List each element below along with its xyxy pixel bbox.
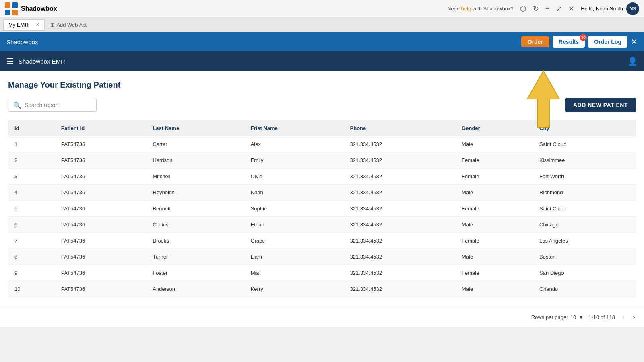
- hamburger-icon[interactable]: ☰: [6, 56, 14, 66]
- table-row[interactable]: 6PAT54736CollinsEthan321.334.4532MaleChi…: [8, 217, 636, 233]
- logo-text: Shadowbox: [21, 5, 57, 12]
- table-row[interactable]: 5PAT54736BennettSophie321.334.4532Female…: [8, 201, 636, 217]
- patient-table: Id Patient Id Last Name Frist Name Phone…: [8, 120, 636, 297]
- table-row[interactable]: 1PAT54736CarterAlex321.334.4532MaleSaint…: [8, 136, 636, 152]
- table-row[interactable]: 2PAT54736HarrisonEmily321.334.4532Female…: [8, 152, 636, 169]
- rows-per-page-value: 10: [570, 314, 576, 320]
- top-bar: Shadowbox Need help with Shadowbox? ⬡ ↻ …: [0, 0, 644, 18]
- nav-title: Shadowbox EMR: [19, 58, 65, 65]
- results-badge: 10: [580, 34, 587, 41]
- pagination: ‹ ›: [620, 312, 638, 322]
- col-id: Id: [8, 120, 55, 136]
- table-row[interactable]: 4PAT54736ReynoldsNoah321.334.4532MaleRic…: [8, 185, 636, 201]
- col-first-name: Frist Name: [244, 120, 344, 136]
- add-new-patient-button[interactable]: ADD NEW PATIENT: [565, 98, 636, 112]
- search-box: 🔍: [8, 99, 97, 112]
- table-row[interactable]: 9PAT54736FosterMia321.334.4532FemaleSan …: [8, 265, 636, 281]
- col-phone: Phone: [344, 120, 456, 136]
- resize-icon[interactable]: ⤢: [554, 3, 564, 15]
- search-input[interactable]: [25, 102, 91, 108]
- page-title: Manage Your Existing Patient: [8, 80, 636, 90]
- tab-my-emr-label: My EMR: [8, 22, 29, 28]
- order-log-button[interactable]: Order Log: [588, 36, 627, 48]
- svg-rect-3: [12, 10, 18, 15]
- rows-per-page-label: Rows per page:: [531, 314, 568, 320]
- app-header-right: Order Results 10 Order Log ✕: [521, 36, 638, 48]
- main-content: Manage Your Existing Patient 🔍 ADD NEW P…: [0, 71, 644, 307]
- search-icon: 🔍: [13, 101, 21, 109]
- user-avatar: NS: [626, 2, 639, 15]
- user-area: Hello, Noah Smith NS: [581, 2, 639, 15]
- col-city: City: [533, 120, 636, 136]
- table-row[interactable]: 3PAT54736MitchellOivia321.334.4532Female…: [8, 169, 636, 185]
- pagination-range: 1-10 of 118: [588, 314, 615, 320]
- results-button[interactable]: Results 10: [553, 36, 585, 48]
- help-link[interactable]: help: [461, 6, 471, 12]
- table-body: 1PAT54736CarterAlex321.334.4532MaleSaint…: [8, 136, 636, 297]
- table-footer: Rows per page: 10 ▼ 1-10 of 118 ‹ ›: [0, 307, 644, 327]
- tab-bar: My EMR − ✕ ⊞ Add Web Act: [0, 18, 644, 32]
- order-button[interactable]: Order: [521, 36, 549, 47]
- help-text: Need help with Shadowbox?: [447, 6, 514, 12]
- user-profile-icon[interactable]: 👤: [627, 57, 638, 66]
- rows-per-page: Rows per page: 10 ▼: [531, 314, 584, 320]
- add-tab-label: Add Web Act: [56, 22, 87, 28]
- prev-page-button[interactable]: ‹: [620, 312, 627, 322]
- refresh-icon[interactable]: ↻: [531, 3, 541, 15]
- rows-per-page-chevron[interactable]: ▼: [578, 314, 584, 320]
- nav-bar: ☰ Shadowbox EMR 👤: [0, 51, 644, 71]
- add-tab-button[interactable]: ⊞ Add Web Act: [46, 22, 91, 28]
- app-title: Shadowbox: [6, 39, 38, 45]
- next-page-button[interactable]: ›: [630, 312, 638, 322]
- patient-table-container: Id Patient Id Last Name Frist Name Phone…: [8, 120, 636, 297]
- minimize-icon[interactable]: −: [544, 3, 551, 14]
- close-icon[interactable]: ✕: [567, 3, 576, 15]
- tab-my-emr[interactable]: My EMR − ✕: [3, 19, 45, 31]
- table-row[interactable]: 10PAT54736AndersonKerry321.334.4532MaleO…: [8, 281, 636, 297]
- header-close-button[interactable]: ✕: [631, 37, 638, 47]
- add-tab-icon: ⊞: [50, 22, 55, 28]
- svg-rect-1: [12, 2, 18, 8]
- nav-bar-left: ☰ Shadowbox EMR: [6, 56, 65, 66]
- svg-rect-2: [5, 10, 10, 15]
- share-icon[interactable]: ⬡: [518, 3, 528, 15]
- svg-rect-0: [5, 2, 10, 8]
- col-last-name: Last Name: [146, 120, 244, 136]
- table-header-row: Id Patient Id Last Name Frist Name Phone…: [8, 120, 636, 136]
- table-header: Id Patient Id Last Name Frist Name Phone…: [8, 120, 636, 136]
- shadowbox-logo-icon: [5, 2, 18, 15]
- nav-bar-right: 👤: [627, 56, 638, 66]
- col-patient-id: Patient Id: [55, 120, 147, 136]
- table-row[interactable]: 7PAT54736BrooksGrace321.334.4532FemaleLo…: [8, 233, 636, 249]
- tab-x-icon[interactable]: ✕: [36, 22, 39, 27]
- logo-area: Shadowbox: [5, 2, 57, 15]
- toolbar: 🔍 ADD NEW PATIENT: [8, 98, 636, 112]
- tab-close-icon[interactable]: −: [31, 23, 33, 27]
- table-row[interactable]: 8PAT54736TurnerLiam321.334.4532MaleBosto…: [8, 249, 636, 265]
- app-header-left: Shadowbox: [6, 39, 38, 45]
- top-bar-right: Need help with Shadowbox? ⬡ ↻ − ⤢ ✕ Hell…: [447, 2, 639, 15]
- app-header: Shadowbox Order Results 10 Order Log ✕: [0, 32, 644, 51]
- user-greeting: Hello, Noah Smith: [581, 6, 623, 12]
- window-actions: ⬡ ↻ − ⤢ ✕: [518, 3, 576, 15]
- col-gender: Gender: [455, 120, 533, 136]
